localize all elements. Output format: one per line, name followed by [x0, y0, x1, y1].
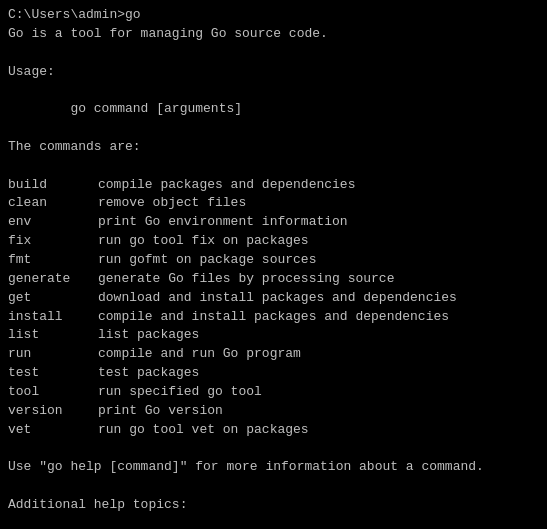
- terminal-window: C:\Users\admin>go Go is a tool for manag…: [0, 0, 547, 529]
- command-row: envprint Go environment information: [8, 213, 539, 232]
- command-row: toolrun specified go tool: [8, 383, 539, 402]
- usage-cmd: go command [arguments]: [8, 100, 539, 119]
- command-row: installcompile and install packages and …: [8, 308, 539, 327]
- command-name: tool: [8, 383, 98, 402]
- additional-header: Additional help topics:: [8, 496, 539, 515]
- command-row: buildcompile packages and dependencies: [8, 176, 539, 195]
- command-name: vet: [8, 421, 98, 440]
- blank1: [8, 44, 539, 63]
- command-desc: compile packages and dependencies: [98, 176, 355, 195]
- usage-label: Usage:: [8, 63, 539, 82]
- command-name: list: [8, 326, 98, 345]
- command-name: env: [8, 213, 98, 232]
- command-row: fixrun go tool fix on packages: [8, 232, 539, 251]
- command-desc: compile and run Go program: [98, 345, 301, 364]
- command-desc: generate Go files by processing source: [98, 270, 394, 289]
- command-row: listlist packages: [8, 326, 539, 345]
- command-desc: print Go environment information: [98, 213, 348, 232]
- blank7: [8, 515, 539, 529]
- blank3: [8, 119, 539, 138]
- blank2: [8, 81, 539, 100]
- command-desc: run gofmt on package sources: [98, 251, 316, 270]
- command-name: build: [8, 176, 98, 195]
- command-desc: remove object files: [98, 194, 246, 213]
- command-name: generate: [8, 270, 98, 289]
- command-row: generategenerate Go files by processing …: [8, 270, 539, 289]
- blank5: [8, 439, 539, 458]
- command-desc: list packages: [98, 326, 199, 345]
- commands-header: The commands are:: [8, 138, 539, 157]
- command-name: version: [8, 402, 98, 421]
- command-desc: download and install packages and depend…: [98, 289, 457, 308]
- command-desc: test packages: [98, 364, 199, 383]
- command-row: versionprint Go version: [8, 402, 539, 421]
- prompt-line: C:\Users\admin>go: [8, 6, 539, 25]
- commands-list: buildcompile packages and dependencies c…: [8, 176, 539, 440]
- blank6: [8, 477, 539, 496]
- command-name: install: [8, 308, 98, 327]
- help-line: Use "go help [command]" for more informa…: [8, 458, 539, 477]
- command-name: test: [8, 364, 98, 383]
- command-row: vetrun go tool vet on packages: [8, 421, 539, 440]
- command-name: get: [8, 289, 98, 308]
- command-row: getdownload and install packages and dep…: [8, 289, 539, 308]
- intro-line: Go is a tool for managing Go source code…: [8, 25, 539, 44]
- command-desc: run specified go tool: [98, 383, 262, 402]
- command-desc: run go tool fix on packages: [98, 232, 309, 251]
- command-desc: compile and install packages and depende…: [98, 308, 449, 327]
- command-row: runcompile and run Go program: [8, 345, 539, 364]
- command-row: testtest packages: [8, 364, 539, 383]
- command-desc: print Go version: [98, 402, 223, 421]
- command-row: cleanremove object files: [8, 194, 539, 213]
- blank4: [8, 157, 539, 176]
- command-row: fmtrun gofmt on package sources: [8, 251, 539, 270]
- command-name: run: [8, 345, 98, 364]
- command-name: fmt: [8, 251, 98, 270]
- command-desc: run go tool vet on packages: [98, 421, 309, 440]
- command-name: clean: [8, 194, 98, 213]
- command-name: fix: [8, 232, 98, 251]
